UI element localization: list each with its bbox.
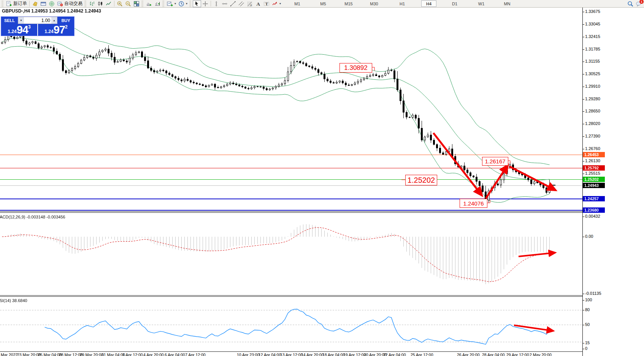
volume-up-button[interactable]: ▲ <box>51 17 57 24</box>
zoom-out-button[interactable] <box>124 0 132 7</box>
notifications-button[interactable]: 1 <box>636 0 642 7</box>
cursor-button[interactable] <box>193 0 201 7</box>
strategy-tester-button[interactable] <box>48 0 56 7</box>
toolbar-grip[interactable] <box>189 1 191 7</box>
price-annotation[interactable]: 1.26167 <box>482 157 508 166</box>
price-level-badge: 1.25792 <box>583 165 605 171</box>
sell-price[interactable]: 1.24943 <box>1 24 38 36</box>
terminal-button[interactable] <box>39 0 48 7</box>
new-order-button[interactable]: 新订单 <box>5 0 28 7</box>
timeframe-m15-button[interactable]: M15 <box>341 0 356 7</box>
label-button[interactable]: T <box>262 0 271 7</box>
volume-input[interactable] <box>24 17 51 24</box>
terminal-icon <box>40 1 46 7</box>
rsi-tick-mark <box>582 325 584 325</box>
macd-indicator-label: MACD(12,26,9) -0.003148 -0.003456 <box>0 215 65 219</box>
time-axis-label: 19 Apr 12:00 <box>343 353 366 356</box>
price-tick-label: 1.25515 <box>585 171 600 176</box>
hline-button[interactable] <box>220 0 229 7</box>
price-tick-label: 1.26130 <box>585 158 600 163</box>
auto-scroll-button[interactable] <box>145 0 153 7</box>
line-chart-button[interactable] <box>105 0 113 7</box>
toolbar-grip[interactable] <box>84 1 86 7</box>
timeframe-h4-button[interactable]: H4 <box>421 0 436 7</box>
volume-down-button[interactable]: ▼ <box>18 17 24 24</box>
new-chart-button[interactable]: ▾ <box>166 0 177 7</box>
rsi-tick-label: 80 <box>585 307 590 312</box>
price-annotation[interactable]: 1.24076 <box>460 199 487 208</box>
toolbar-grip[interactable] <box>162 1 164 7</box>
period-button[interactable]: ▾ <box>177 0 189 7</box>
price-tick-label: 1.26760 <box>585 146 600 151</box>
vline-button[interactable] <box>212 0 220 7</box>
sell-price-big: 94 <box>17 24 28 35</box>
fibonacci-button[interactable]: F <box>246 0 254 7</box>
timeframe-m1-button[interactable]: M1 <box>290 0 305 7</box>
shift-icon <box>154 1 160 7</box>
timeframe-m5-button[interactable]: M5 <box>316 0 331 7</box>
textA-icon: A <box>255 1 261 7</box>
vline-icon <box>213 1 219 7</box>
price-tick-mark <box>582 74 584 74</box>
bars-icon <box>89 1 95 7</box>
main-chart-canvas[interactable] <box>0 8 582 211</box>
timeframe-w1-button[interactable]: W1 <box>474 0 489 7</box>
macd-pane-canvas[interactable] <box>0 213 582 295</box>
timeframe-h1-button[interactable]: H1 <box>395 0 410 7</box>
chevron-down-icon[interactable]: ▾ <box>279 2 281 5</box>
price-annotation[interactable]: 1.30892 <box>339 63 372 73</box>
autotrading-button[interactable]: 自动交易 <box>56 0 84 7</box>
bar-chart-button[interactable] <box>88 0 96 7</box>
time-axis-label: 4 Apr 20:00 <box>143 353 164 356</box>
text-button[interactable]: A <box>254 0 262 7</box>
chart-shift-button[interactable] <box>153 0 162 7</box>
channel-button[interactable] <box>237 0 246 7</box>
time-axis-label: 7 Apr 12:00 <box>185 353 206 356</box>
zoom-in-button[interactable] <box>116 0 124 7</box>
trendline-button[interactable] <box>229 0 237 7</box>
time-axis-line <box>0 351 582 352</box>
pane-separator[interactable] <box>0 211 582 212</box>
timeframe-mn-button[interactable]: MN <box>500 0 515 7</box>
mt4-window: 新订单自动交易▾▾FAT▾M1M5M15M30H1H4D1W1MN1 GBPUS… <box>0 0 644 356</box>
buy-price[interactable]: 1.24972 <box>38 24 74 36</box>
price-annotation[interactable]: 1.25202 <box>405 175 437 185</box>
price-tick-label: 1.29910 <box>585 84 600 89</box>
pane-separator[interactable] <box>0 296 582 297</box>
crosshair-button[interactable] <box>201 0 209 7</box>
price-tick-mark <box>582 161 584 161</box>
search-button[interactable] <box>627 0 633 7</box>
time-axis-label: 23 Mar 20:00 <box>17 353 41 356</box>
pane-separator[interactable] <box>0 295 582 296</box>
tag-icon <box>32 1 38 7</box>
crosshair-icon <box>202 1 208 7</box>
toolbar-grip[interactable] <box>2 1 3 7</box>
time-axis-label: 28 Apr 04:00 <box>482 353 505 356</box>
rsi-tick-mark <box>582 349 584 349</box>
new-order-button-label: 新订单 <box>13 0 27 7</box>
price-tick-mark <box>582 99 584 100</box>
timeframe-m30-button[interactable]: M30 <box>366 0 382 7</box>
candle-chart-button[interactable] <box>96 0 105 7</box>
rsi-tick-label: 0 <box>585 346 587 351</box>
symbols-button[interactable] <box>31 0 39 7</box>
buy-button[interactable]: BUY <box>57 17 74 24</box>
timeframe-d1-button[interactable]: D1 <box>447 0 462 7</box>
time-axis-label: 26 Apr 20:00 <box>457 353 480 356</box>
toolbar-grip[interactable] <box>141 1 143 7</box>
toolbar-separator <box>114 1 114 6</box>
tile-windows-button[interactable] <box>132 0 141 7</box>
chevron-down-icon[interactable]: ▾ <box>174 2 176 5</box>
time-axis-label: 29 Mar 20:00 <box>80 353 103 356</box>
zoom-in-icon <box>117 1 123 7</box>
time-axis-label: 6 Apr 04:00 <box>165 353 185 356</box>
svg-text:F: F <box>251 4 252 7</box>
arrows-tool-icon <box>272 1 278 7</box>
pane-separator[interactable] <box>0 212 582 213</box>
buy-price-big: 97 <box>54 24 65 35</box>
rsi-pane-canvas[interactable] <box>0 297 582 351</box>
arrows-button[interactable]: ▾ <box>271 0 282 7</box>
chevron-down-icon[interactable]: ▾ <box>186 2 187 5</box>
sell-button[interactable]: SELL <box>1 17 18 24</box>
macd-tick-label: 0.00 <box>585 234 593 239</box>
